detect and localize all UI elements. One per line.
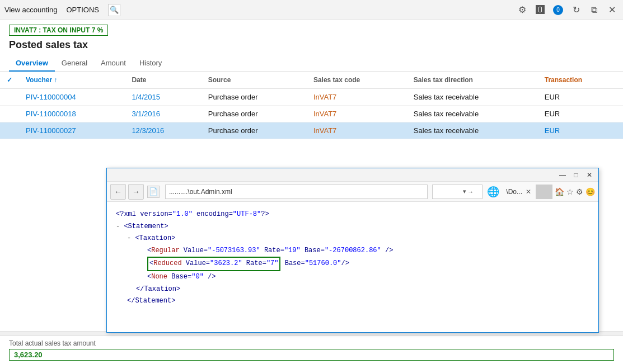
bottom-bar: Total actual sales tax amount 3,623.20 [0,335,623,364]
row-source: Purchase order [202,122,307,139]
total-value: 3,623.20 [9,349,614,361]
col-taxdir: Sales tax direction [407,72,538,89]
row-source: Purchase order [202,106,307,122]
search-dropdown-icon[interactable]: ▾ [463,188,466,195]
xml-titlebar: — □ ✕ [107,168,598,182]
xml-line-none: <None Base="0" /> [116,271,589,283]
xml-line-statement-close: </Statement> [116,295,589,308]
xml-line-taxation-open: - <Taxation> [116,233,589,245]
row-date: 12/3/2016 [125,122,201,139]
col-voucher[interactable]: Voucher ↑ [19,72,125,89]
table-row[interactable]: PIV-110000018 3/1/2016 Purchase order In… [0,106,623,122]
url-text: ..........\out.Admin.xml [169,188,232,196]
star-icon[interactable]: ☆ [566,187,574,196]
row-transaction: EUR [538,106,623,122]
row-source: Purchase order [202,89,307,106]
row-date: 1/4/2015 [125,89,201,106]
row-transaction: EUR [538,89,623,106]
gear-icon[interactable]: ⚙ [576,187,583,196]
close-icon[interactable]: ✕ [605,3,619,17]
search-button[interactable]: 🔍 [108,4,120,16]
office-icon[interactable]: 🅾 [533,3,547,17]
row-taxcode[interactable]: InVAT7 [307,106,407,122]
breadcrumb-tag: INVAT7 : TAX ON INPUT 7 % [9,25,108,36]
emoji-icon: 😊 [585,187,595,196]
xml-toolbar-right: 🏠 ☆ ⚙ 😊 [555,187,595,196]
col-check: ✓ [0,72,19,89]
settings-icon[interactable]: ⚙ [516,3,529,17]
tab-amount[interactable]: Amount [94,55,133,72]
row-transaction: EUR [538,122,623,139]
tab-general[interactable]: General [55,55,94,72]
xml-popup: — □ ✕ ← → 📄 ..........\out.Admin.xml ▾ →… [106,168,599,333]
row-voucher[interactable]: PIV-110000004 [19,89,125,106]
tab-history[interactable]: History [133,55,168,72]
thumbnail-preview [536,185,552,199]
url-bar[interactable]: ..........\out.Admin.xml [165,185,428,199]
close-popup-button[interactable]: ✕ [584,169,595,181]
search-go-icon[interactable]: → [467,188,474,195]
page-title: Posted sales tax [9,39,614,51]
search-icon: 🔍 [110,6,119,14]
minimize-button[interactable]: — [557,169,568,181]
row-check [0,106,19,122]
xml-line-statement-open: - <Statement> [116,221,589,233]
xml-line-taxation-close: </Taxation> [116,283,589,296]
row-taxcode[interactable]: InVAT7 [307,89,407,106]
xml-line-regular: <Regular Value="-5073163.93" Rate="19" B… [116,245,589,257]
tab-overview[interactable]: Overview [9,55,55,72]
header-area: INVAT7 : TAX ON INPUT 7 % Posted sales t… [0,20,623,55]
xml-content-area: <?xml version="1.0" encoding="UTF-8"?> -… [107,202,598,332]
total-label: Total actual sales tax amount [9,339,614,347]
xml-line-reduced: <Reduced Value="3623.2" Rate="7" Base="5… [116,257,589,271]
notification-icon[interactable]: 0 [551,3,565,17]
restore-button[interactable]: □ [570,169,582,181]
tabs: Overview General Amount History [0,55,623,72]
xml-search-input[interactable] [435,188,463,196]
row-voucher[interactable]: PIV-110000018 [19,106,125,122]
view-accounting-link[interactable]: View accounting [4,6,57,14]
col-transaction: Transaction [538,72,623,89]
row-check [0,89,19,106]
row-check [0,122,19,139]
top-bar: View accounting OPTIONS 🔍 ⚙ 🅾 0 ↻ ⧉ ✕ [0,0,623,20]
table-row[interactable]: PIV-110000004 1/4/2015 Purchase order In… [0,89,623,106]
home-icon[interactable]: 🏠 [555,187,564,196]
row-voucher[interactable]: PIV-110000027 [19,122,125,139]
page-icon: 📄 [147,186,160,198]
back-button[interactable]: ← [110,184,126,200]
options-menu[interactable]: OPTIONS [66,6,99,14]
col-taxcode: Sales tax code [307,72,407,89]
path-close-button[interactable]: ✕ [526,188,531,196]
xml-toolbar: ← → 📄 ..........\out.Admin.xml ▾ → 🌐 \Do… [107,182,598,202]
col-date: Date [125,72,201,89]
xml-path-text: \Do... [506,188,522,196]
row-taxdir: Sales tax receivable [407,122,538,139]
row-taxdir: Sales tax receivable [407,106,538,122]
refresh-icon[interactable]: ↻ [569,3,583,17]
notification-count: 0 [553,5,563,15]
row-date: 3/1/2016 [125,106,201,122]
external-link-icon[interactable]: ⧉ [587,3,601,17]
xml-search-bar[interactable]: ▾ → [432,185,483,199]
col-source: Source [202,72,307,89]
check-icon: ✓ [7,76,12,84]
row-taxcode[interactable]: InVAT7 [307,122,407,139]
table-row[interactable]: PIV-110000027 12/3/2016 Purchase order I… [0,122,623,139]
top-bar-right: ⚙ 🅾 0 ↻ ⧉ ✕ [516,3,619,17]
forward-button[interactable]: → [128,184,144,200]
xml-line-declaration: <?xml version="1.0" encoding="UTF-8"?> [116,209,589,221]
ie-icon: 🌐 [487,186,499,198]
row-taxdir: Sales tax receivable [407,89,538,106]
top-bar-left: View accounting OPTIONS 🔍 [4,4,120,16]
sales-tax-table: ✓ Voucher ↑ Date Source Sales tax code S… [0,72,623,139]
